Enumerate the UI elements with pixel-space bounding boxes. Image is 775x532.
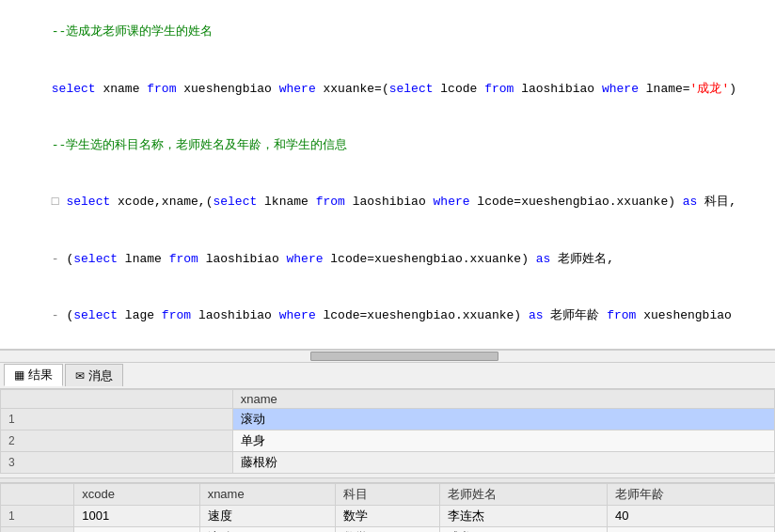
cell-teacher-age: 45 [607,526,774,532]
sql-line-1: --选成龙老师课的学生的姓名 [8,4,767,60]
sql-line-4: □ select xcode,xname,(select lkname from… [8,174,767,230]
msg-icon: ✉ [75,369,85,383]
cell-xname: 速度 [199,505,336,526]
sql-text-6f: xueshengbiao [636,308,731,322]
kw-select-2: select [66,195,110,209]
sql-text-1: xname [96,82,148,96]
col-header-subject: 科目 [336,483,440,505]
line-marker-4: □ [52,195,67,209]
row-number: 1 [1,505,74,526]
col-header-teacher-name: 老师姓名 [440,483,608,505]
line-marker-6: - [52,308,67,322]
result-table-1-container: xname 1滚动2单身3藤根粉 [0,389,775,474]
sql-text-1c: xxuanke=( [316,82,389,96]
col-header-xname2: xname [199,483,336,505]
sql-editor[interactable]: --选成龙老师课的学生的姓名 select xname from xueshen… [0,0,775,350]
cell-xname: 单身 [232,430,774,451]
tab-messages[interactable]: ✉ 消息 [65,364,123,386]
cell-xcode: 1002 [74,526,199,532]
cell-teacher-name: 成龙 [440,526,608,532]
sql-text-1e: laoshibiao [514,82,602,96]
tab-bar: ▦ 结果 ✉ 消息 [0,363,775,389]
sql-text-1b: xueshengbiao [176,82,278,96]
cell-xname: 滚动 [199,526,336,532]
result-table-1: xname 1滚动2单身3藤根粉 [0,389,775,474]
sql-line-6: - (select lage from laoshibiao where lco… [8,288,767,344]
sql-text-4: xcode,xname,( [110,195,213,209]
sql-text-6c: laoshibiao [191,308,279,322]
sql-text-6d: lcode=xueshengbiao.xxuanke) [316,308,529,322]
table-row: 1滚动 [1,408,775,430]
col-header-rownum-2 [1,483,74,505]
tab-results-label: 结果 [28,367,53,383]
comment-2: --学生选的科目名称，老师姓名及年龄，和学生的信息 [52,138,348,152]
sql-text-1d: lcode [434,82,485,96]
result-table-2-container: xcode xname 科目 老师姓名 老师年龄 11001速度数学李连杰402… [0,483,775,532]
col-header-xcode: xcode [74,483,199,505]
comment-1: --选成龙老师课的学生的姓名 [52,24,214,39]
row-number: 2 [1,526,74,532]
horizontal-scrollbar[interactable] [0,350,775,363]
sql-text-4b: lkname [257,195,315,209]
sql-line-2: select xname from xueshengbiao where xxu… [8,60,767,117]
scrollbar-thumb[interactable] [310,352,498,361]
table-row: 2单身 [1,430,775,451]
grid-icon: ▦ [14,368,24,382]
main-container: --选成龙老师课的学生的姓名 select xname from xueshen… [0,0,775,532]
sql-text-4d: lcode=xueshengbiao.xxuanke) [470,195,683,209]
row-number: 2 [1,430,233,451]
col-header-rownum-1 [1,389,233,408]
col-header-xname: xname [232,389,774,408]
sql-text-1g: ) [729,82,736,96]
sql-line-3: --学生选的科目名称，老师姓名及年龄，和学生的信息 [8,117,767,174]
cell-xname: 滚动 [232,408,774,430]
cell-teacher-age: 40 [607,505,774,526]
row-number: 1 [1,408,233,430]
cell-subject: 数学 [336,526,440,532]
col-header-teacher-age: 老师年龄 [607,483,774,505]
tab-messages-label: 消息 [88,368,113,384]
row-number: 3 [1,451,233,473]
table-row: 11001速度数学李连杰40 [1,505,775,526]
cell-subject: 数学 [336,505,440,526]
sql-text-6e: 老师年龄 [544,308,608,322]
sql-text-1f: lname= [639,82,690,96]
kw-select-1: select [52,82,96,96]
cell-xname: 藤根粉 [232,451,774,473]
table-row: 3藤根粉 [1,451,775,473]
sql-text-6b: lage [118,308,162,322]
cell-teacher-name: 李连杰 [440,505,608,526]
sql-text-4c: laoshibiao [345,195,434,209]
sql-text-5b: lname [118,252,169,266]
sql-text-5d: lcode=xueshengbiao.xxuanke) [324,252,536,266]
line-marker-5: - [52,252,67,266]
sql-text-5c: laoshibiao [198,252,287,266]
results-section: xname 1滚动2单身3藤根粉 xcode xname [0,389,775,532]
sql-text-4e: 科目, [697,195,736,209]
tab-results[interactable]: ▦ 结果 [4,364,63,386]
table-row: 21002滚动数学成龙45 [1,526,775,532]
scroll-container[interactable]: xname 1滚动2单身3藤根粉 xcode xname [0,389,775,532]
sql-line-5: - (select lname from laoshibiao where lc… [8,231,767,288]
result-table-2: xcode xname 科目 老师姓名 老师年龄 11001速度数学李连杰402… [0,483,775,532]
sql-text-5e: 老师姓名, [550,252,614,266]
cell-xcode: 1001 [74,505,199,526]
